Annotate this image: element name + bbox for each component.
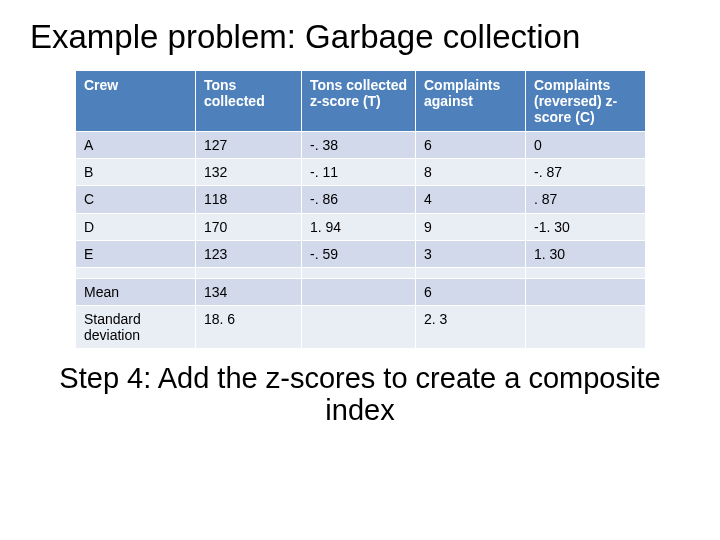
cell: Mean (76, 278, 196, 305)
cell: 3 (416, 240, 526, 267)
slide: Example problem: Garbage collection Crew… (0, 0, 720, 540)
col-header-tons: Tons collected (196, 70, 302, 131)
cell: 2. 3 (416, 305, 526, 348)
step-caption: Step 4: Add the z-scores to create a com… (30, 363, 690, 427)
table-row: C 118 -. 86 4 . 87 (76, 186, 646, 213)
col-header-crew: Crew (76, 70, 196, 131)
table-row: E 123 -. 59 3 1. 30 (76, 240, 646, 267)
cell (196, 267, 302, 278)
cell: -1. 30 (526, 213, 646, 240)
cell: D (76, 213, 196, 240)
col-header-tons-z: Tons collected z-score (T) (302, 70, 416, 131)
cell (416, 267, 526, 278)
cell: 123 (196, 240, 302, 267)
cell: . 87 (526, 186, 646, 213)
page-title: Example problem: Garbage collection (30, 18, 690, 56)
table-row: Mean 134 6 (76, 278, 646, 305)
cell (526, 278, 646, 305)
cell (526, 267, 646, 278)
table-row: A 127 -. 38 6 0 (76, 132, 646, 159)
cell: 1. 94 (302, 213, 416, 240)
cell: 18. 6 (196, 305, 302, 348)
cell: 134 (196, 278, 302, 305)
table-container: Crew Tons collected Tons collected z-sco… (75, 70, 645, 349)
cell: -. 11 (302, 159, 416, 186)
cell: -. 87 (526, 159, 646, 186)
cell: 0 (526, 132, 646, 159)
cell: 132 (196, 159, 302, 186)
cell: -. 38 (302, 132, 416, 159)
cell: C (76, 186, 196, 213)
cell: E (76, 240, 196, 267)
cell (302, 305, 416, 348)
table-row: Standard deviation 18. 6 2. 3 (76, 305, 646, 348)
cell: A (76, 132, 196, 159)
table-row (76, 267, 646, 278)
cell: 6 (416, 278, 526, 305)
table-row: B 132 -. 11 8 -. 87 (76, 159, 646, 186)
cell (302, 278, 416, 305)
cell: 170 (196, 213, 302, 240)
cell (526, 305, 646, 348)
cell (302, 267, 416, 278)
cell: B (76, 159, 196, 186)
data-table: Crew Tons collected Tons collected z-sco… (75, 70, 646, 349)
cell (76, 267, 196, 278)
cell: 4 (416, 186, 526, 213)
table-header-row: Crew Tons collected Tons collected z-sco… (76, 70, 646, 131)
cell: -. 59 (302, 240, 416, 267)
cell: Standard deviation (76, 305, 196, 348)
cell: 1. 30 (526, 240, 646, 267)
cell: 6 (416, 132, 526, 159)
col-header-complaints-z: Complaints (reversed) z-score (C) (526, 70, 646, 131)
cell: -. 86 (302, 186, 416, 213)
cell: 8 (416, 159, 526, 186)
cell: 127 (196, 132, 302, 159)
table-row: D 170 1. 94 9 -1. 30 (76, 213, 646, 240)
col-header-complaints: Complaints against (416, 70, 526, 131)
cell: 9 (416, 213, 526, 240)
cell: 118 (196, 186, 302, 213)
